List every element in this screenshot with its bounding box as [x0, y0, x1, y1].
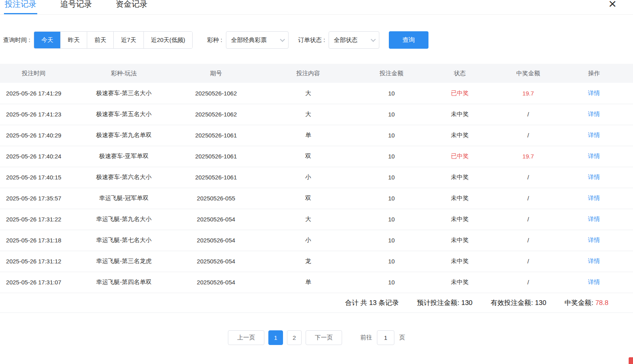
- cell-action: 详情: [555, 125, 633, 146]
- cell-action: 详情: [555, 83, 633, 104]
- tab[interactable]: 追号记录: [59, 0, 93, 14]
- cell-game-play: 极速赛车-第六名大小: [67, 167, 180, 188]
- cell-status: 已中奖: [418, 146, 501, 167]
- table-header-row: 投注时间 彩种-玩法 期号 投注内容 投注金额 状态 中奖金额 操作: [0, 64, 633, 83]
- cell-game-play: 极速赛车-第三名大小: [67, 83, 180, 104]
- table-row: 2025-05-26 17:41:29 极速赛车-第三名大小 20250526-…: [0, 83, 633, 104]
- prev-page-button[interactable]: 上一页: [228, 330, 264, 345]
- cell-status: 未中奖: [418, 209, 501, 230]
- page-number-label: 2: [293, 334, 296, 341]
- detail-link[interactable]: 详情: [588, 131, 600, 138]
- cell-action: 详情: [555, 209, 633, 230]
- page-number-list: 1 2: [268, 330, 302, 345]
- column-header: 投注金额: [365, 64, 418, 83]
- lottery-filter-label: 彩种 :: [207, 36, 222, 44]
- table-row: 2025-05-26 17:40:24 极速赛车-亚军单双 20250526-1…: [0, 146, 633, 167]
- time-filter-group: 今天 昨天 前天 近7天 近20天(低频): [34, 31, 193, 49]
- cell-action: 详情: [555, 272, 633, 293]
- time-filter-option[interactable]: 近7天: [113, 32, 143, 48]
- cell-bet-amount: 10: [365, 104, 418, 125]
- time-filter-option[interactable]: 今天: [34, 32, 60, 48]
- records-table: 投注时间 彩种-玩法 期号 投注内容 投注金额 状态 中奖金额 操作: [0, 64, 633, 293]
- cell-action: 详情: [555, 188, 633, 209]
- cell-status: 未中奖: [418, 230, 501, 251]
- detail-link[interactable]: 详情: [588, 152, 600, 159]
- search-button[interactable]: 查询: [389, 31, 428, 49]
- goto-suffix-label: 页: [399, 334, 405, 341]
- cell-bet-time: 2025-05-26 17:31:07: [0, 272, 67, 293]
- filter-bar: 查询时间 : 今天 昨天 前天 近7天 近20天: [3, 31, 633, 49]
- column-header: 操作: [555, 64, 633, 83]
- tabs-bar: 投注记录 追号记录 资金记录 ×: [0, 0, 633, 15]
- detail-link[interactable]: 详情: [588, 90, 600, 96]
- detail-link[interactable]: 详情: [588, 257, 600, 264]
- close-icon[interactable]: ×: [608, 0, 616, 10]
- detail-link[interactable]: 详情: [588, 173, 600, 180]
- time-filter-option-label: 今天: [41, 36, 53, 44]
- time-filter-option[interactable]: 前天: [87, 32, 113, 48]
- cell-issue-number: 20250526-054: [180, 209, 252, 230]
- cell-bet-time: 2025-05-26 17:40:24: [0, 146, 67, 167]
- cell-bet-content: 双: [252, 188, 365, 209]
- cell-bet-content: 大: [252, 83, 365, 104]
- floating-widget-fragment[interactable]: [629, 357, 633, 364]
- cell-status: 未中奖: [418, 104, 501, 125]
- next-page-button[interactable]: 下一页: [306, 330, 342, 345]
- table-row: 2025-05-26 17:35:57 幸运飞艇-冠军单双 20250526-0…: [0, 188, 633, 209]
- cell-bet-amount: 10: [365, 209, 418, 230]
- column-header: 期号: [180, 64, 252, 83]
- summary-valid-amount: 有效投注金额:130: [491, 298, 546, 307]
- cell-win-amount: 19.7: [501, 146, 555, 167]
- goto-label: 前往: [360, 334, 372, 341]
- cell-bet-amount: 10: [365, 230, 418, 251]
- summary-expected-label: 预计投注金额:: [417, 299, 459, 307]
- tab[interactable]: 资金记录: [115, 0, 148, 14]
- page-number-button[interactable]: 1: [268, 330, 283, 345]
- cell-game-play: 幸运飞艇-第七名大小: [67, 230, 180, 251]
- cell-bet-time: 2025-05-26 17:40:29: [0, 125, 67, 146]
- cell-game-play: 幸运飞艇-冠军单双: [67, 188, 180, 209]
- time-filter-option-label: 近20天(低频): [151, 36, 186, 44]
- detail-link[interactable]: 详情: [588, 111, 600, 117]
- cell-action: 详情: [555, 104, 633, 125]
- betting-records-panel: 投注记录 追号记录 资金记录 × 查询时间 : 今天: [0, 0, 633, 364]
- summary-valid-value: 130: [535, 299, 546, 307]
- time-filter-option[interactable]: 近20天(低频): [143, 32, 193, 48]
- detail-link[interactable]: 详情: [588, 194, 600, 201]
- cell-issue-number: 20250526-054: [180, 230, 252, 251]
- tab-label: 资金记录: [116, 0, 147, 8]
- cell-issue-number: 20250526-1062: [180, 83, 252, 104]
- cell-status: 已中奖: [418, 83, 501, 104]
- page-number-button[interactable]: 2: [287, 330, 302, 345]
- cell-bet-amount: 10: [365, 188, 418, 209]
- cell-win-amount: 19.7: [501, 83, 555, 104]
- cell-status: 未中奖: [418, 125, 501, 146]
- cell-bet-amount: 10: [365, 272, 418, 293]
- table-body: 2025-05-26 17:41:29 极速赛车-第三名大小 20250526-…: [0, 83, 633, 293]
- cell-win-amount: /: [501, 230, 555, 251]
- tab[interactable]: 投注记录: [4, 0, 37, 14]
- cell-issue-number: 20250526-1061: [180, 167, 252, 188]
- cell-win-amount: /: [501, 188, 555, 209]
- cell-game-play: 幸运飞艇-第九名大小: [67, 209, 180, 230]
- cell-bet-amount: 10: [365, 251, 418, 272]
- table-row: 2025-05-26 17:31:18 幸运飞艇-第七名大小 20250526-…: [0, 230, 633, 251]
- cell-bet-time: 2025-05-26 17:35:57: [0, 188, 67, 209]
- cell-bet-amount: 10: [365, 146, 418, 167]
- cell-game-play: 幸运飞艇-第三名龙虎: [67, 251, 180, 272]
- cell-bet-time: 2025-05-26 17:31:12: [0, 251, 67, 272]
- column-header: 彩种-玩法: [67, 64, 180, 83]
- cell-bet-content: 大: [252, 104, 365, 125]
- cell-win-amount: /: [501, 125, 555, 146]
- time-filter-option[interactable]: 昨天: [60, 32, 87, 48]
- lottery-select[interactable]: 全部经典彩票: [226, 31, 289, 49]
- time-filter-option-label: 昨天: [68, 36, 80, 44]
- detail-link[interactable]: 详情: [588, 278, 600, 285]
- detail-link[interactable]: 详情: [588, 236, 600, 243]
- goto-page-input[interactable]: [377, 330, 394, 345]
- cell-win-amount: /: [501, 209, 555, 230]
- order-status-select[interactable]: 全部状态: [329, 31, 379, 49]
- tab-label: 投注记录: [5, 0, 36, 8]
- cell-bet-content: 双: [252, 146, 365, 167]
- detail-link[interactable]: 详情: [588, 215, 600, 222]
